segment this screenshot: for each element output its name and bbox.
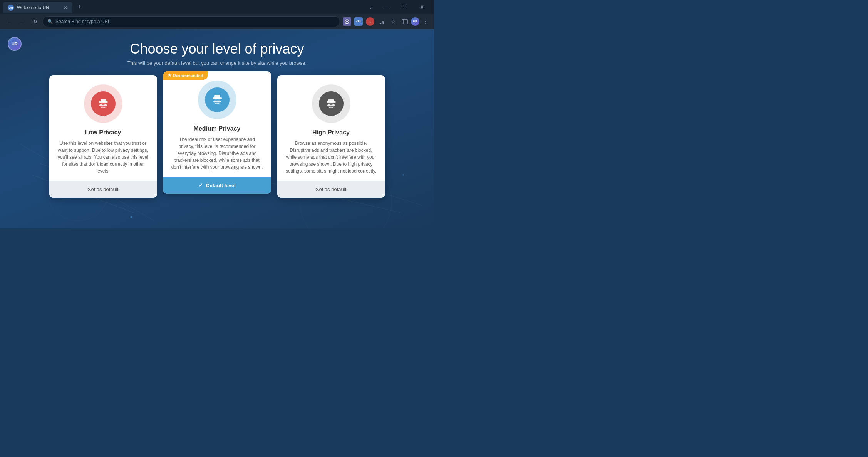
svg-rect-16 bbox=[101, 99, 106, 102]
high-privacy-title: High Privacy bbox=[312, 129, 350, 136]
svg-point-12 bbox=[130, 216, 132, 218]
low-privacy-title: Low Privacy bbox=[85, 129, 121, 136]
menu-button[interactable]: ⋮ bbox=[420, 16, 431, 27]
forward-button[interactable]: → bbox=[16, 16, 28, 27]
user-profile-button[interactable]: UR bbox=[411, 17, 419, 26]
medium-privacy-title: Medium Privacy bbox=[194, 125, 241, 132]
sidebar-button[interactable] bbox=[399, 16, 410, 27]
new-tab-button[interactable]: + bbox=[74, 2, 85, 12]
nav-actions: VPN ↓ ☆ UR ⋮ bbox=[342, 16, 431, 27]
tab-close-button[interactable]: ✕ bbox=[63, 5, 68, 10]
svg-rect-26 bbox=[216, 101, 218, 102]
svg-rect-22 bbox=[214, 95, 220, 99]
tab-dropdown-button[interactable]: ⌄ bbox=[365, 2, 376, 12]
high-privacy-spy-icon bbox=[324, 97, 338, 111]
active-tab[interactable]: UR Welcome to UR ✕ bbox=[3, 2, 72, 13]
reload-button[interactable]: ↻ bbox=[29, 16, 41, 27]
high-privacy-icon-outer bbox=[312, 84, 350, 123]
share-button[interactable] bbox=[376, 16, 387, 27]
main-content: UR Choose your level of privacy This wil… bbox=[0, 29, 434, 228]
minimize-button[interactable]: — bbox=[378, 0, 395, 14]
low-privacy-card[interactable]: Low Privacy Use this level on websites t… bbox=[49, 75, 157, 198]
svg-rect-20 bbox=[102, 105, 104, 106]
svg-rect-24 bbox=[213, 101, 216, 102]
tab-favicon: UR bbox=[8, 5, 14, 11]
checkmark-icon: ✓ bbox=[198, 182, 203, 188]
high-privacy-card-body: High Privacy Browse as anonymous as poss… bbox=[277, 75, 385, 181]
svg-rect-28 bbox=[328, 99, 334, 102]
medium-privacy-icon-outer bbox=[198, 81, 236, 119]
window-controls: — ☐ ✕ bbox=[378, 0, 431, 14]
extension-icon-1[interactable] bbox=[342, 16, 352, 27]
high-privacy-description: Browse as anonymous as possible. Disrupt… bbox=[285, 140, 377, 175]
svg-rect-31 bbox=[332, 104, 335, 106]
medium-privacy-card-body: Medium Privacy The ideal mix of user exp… bbox=[163, 71, 271, 177]
page-subtitle: This will be your default level but you … bbox=[127, 60, 307, 66]
low-privacy-icon-outer bbox=[84, 84, 122, 123]
address-text: Search Bing or type a URL bbox=[55, 19, 335, 24]
medium-privacy-icon-inner bbox=[205, 87, 230, 112]
low-privacy-description: Use this level on websites that you trus… bbox=[57, 140, 149, 175]
close-button[interactable]: ✕ bbox=[413, 0, 431, 14]
svg-rect-32 bbox=[330, 105, 332, 106]
low-privacy-set-default-button[interactable]: Set as default bbox=[49, 181, 157, 198]
high-privacy-set-default-button[interactable]: Set as default bbox=[277, 181, 385, 198]
svg-rect-19 bbox=[104, 104, 107, 106]
search-icon: 🔍 bbox=[47, 19, 53, 24]
svg-point-13 bbox=[402, 174, 404, 176]
svg-rect-3 bbox=[402, 19, 407, 24]
high-privacy-icon-inner bbox=[319, 91, 344, 116]
svg-rect-30 bbox=[327, 104, 330, 106]
maximize-button[interactable]: ☐ bbox=[395, 0, 413, 14]
svg-rect-18 bbox=[99, 104, 102, 106]
download-icon[interactable]: ↓ bbox=[365, 16, 375, 27]
address-bar[interactable]: 🔍 Search Bing or type a URL bbox=[42, 16, 340, 27]
navigation-bar: ← → ↻ 🔍 Search Bing or type a URL VPN bbox=[0, 14, 434, 29]
vpn-icon[interactable]: VPN bbox=[353, 16, 364, 27]
medium-privacy-spy-icon bbox=[210, 93, 224, 107]
medium-privacy-default-button[interactable]: ✓ Default level bbox=[163, 177, 271, 194]
low-privacy-card-body: Low Privacy Use this level on websites t… bbox=[49, 75, 157, 181]
page-title: Choose your level of privacy bbox=[130, 41, 304, 57]
recommended-badge: ★ Recommended bbox=[163, 71, 208, 80]
privacy-cards-container: Low Privacy Use this level on websites t… bbox=[49, 75, 385, 198]
medium-privacy-description: The ideal mix of user experience and pri… bbox=[171, 136, 263, 171]
svg-rect-25 bbox=[218, 101, 221, 102]
star-icon: ★ bbox=[168, 73, 171, 78]
app-logo: UR bbox=[8, 37, 22, 51]
low-privacy-icon-inner bbox=[91, 91, 116, 116]
high-privacy-card[interactable]: High Privacy Browse as anonymous as poss… bbox=[277, 75, 385, 198]
tab-title: Welcome to UR bbox=[17, 5, 60, 10]
medium-privacy-card[interactable]: ★ Recommended bbox=[163, 71, 271, 194]
back-button[interactable]: ← bbox=[3, 16, 15, 27]
low-privacy-spy-icon bbox=[96, 97, 110, 111]
bookmark-button[interactable]: ☆ bbox=[388, 16, 399, 27]
